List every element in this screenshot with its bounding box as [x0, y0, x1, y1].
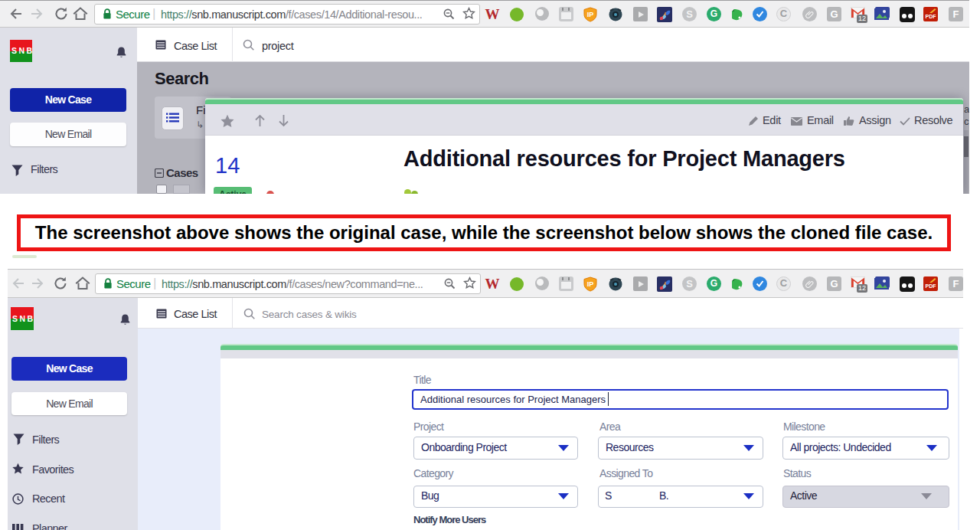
svg-text:IP: IP: [587, 280, 594, 288]
svg-text:IP: IP: [587, 11, 594, 18]
